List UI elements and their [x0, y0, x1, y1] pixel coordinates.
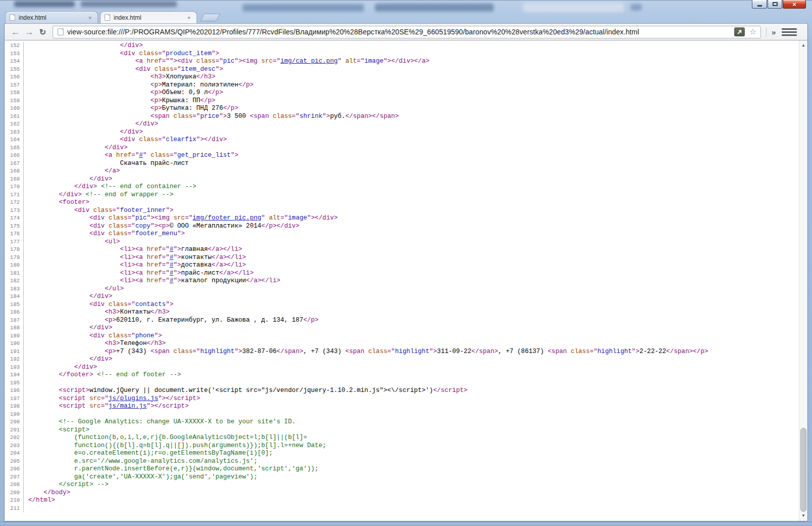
code-text: <p>Крышка: ПП</p> — [24, 97, 215, 105]
code-line: 173 <div class="footer_inner"> — [5, 207, 799, 215]
forward-button[interactable]: → — [22, 26, 36, 38]
window-top-edge — [0, 0, 812, 1]
reload-icon: ↻ — [39, 27, 46, 37]
code-line: 175 <div class="copy"><p>© ООО «Мегаплас… — [5, 223, 799, 231]
address-bar[interactable]: view-source:file:///P:/PROGRAMS/QIP%2020… — [53, 26, 761, 38]
code-line: 177 <ul> — [5, 238, 799, 246]
code-text: <a href="#" class="get_price_list"> — [24, 152, 238, 160]
line-number: 175 — [5, 223, 24, 231]
line-number: 208 — [5, 481, 24, 489]
menu-button[interactable] — [782, 26, 797, 38]
line-number: 166 — [5, 152, 24, 160]
code-line: 206 r.parentNode.insertBefore(e,r)}(wind… — [5, 465, 799, 473]
line-number: 157 — [5, 81, 24, 90]
code-text: (function(b,o,i,l,e,r){b.GoogleAnalytics… — [24, 434, 307, 442]
code-line: 185 <div class="contacts"> — [5, 301, 799, 309]
line-number: 209 — [5, 489, 24, 497]
code-text: <li><a href="#">прайс-лист</a></li> — [24, 270, 254, 278]
line-number: 155 — [5, 66, 24, 74]
forward-icon: → — [25, 27, 34, 37]
new-tab-button[interactable] — [200, 14, 220, 21]
scroll-thumb[interactable] — [800, 428, 806, 512]
code-line: 189 <div class="phone"> — [5, 332, 799, 340]
code-text: <ul> — [24, 238, 120, 246]
code-text: <li><a href="#">каталог продукции</a></l… — [24, 277, 280, 285]
line-number: 191 — [5, 348, 24, 356]
line-number: 185 — [5, 301, 24, 309]
code-text: </script> --> — [24, 481, 109, 489]
bookmark-star-icon[interactable]: ☆ — [748, 27, 758, 37]
reload-button[interactable]: ↻ — [36, 26, 50, 38]
line-number: 207 — [5, 473, 24, 481]
line-number: 200 — [5, 418, 24, 426]
code-text: <p>620110, г. Екатеринбург, ул. Бажова ,… — [24, 317, 318, 325]
code-text: </div> — [24, 356, 112, 364]
line-number: 186 — [5, 309, 24, 317]
code-text: Скачать прайс-лист — [24, 160, 188, 168]
minimize-button[interactable] — [752, 0, 767, 9]
code-line: 180 <li><a href="#">доставка</a></li> — [5, 261, 799, 270]
page-action-button[interactable] — [734, 27, 745, 36]
code-line: 197 <script src="js/plugins.js"></script… — [5, 395, 799, 403]
line-number: 193 — [5, 364, 24, 372]
tab-close-icon[interactable]: × — [185, 14, 193, 21]
code-text: <li><a href="#">главная</a></li> — [24, 246, 242, 254]
code-text: <div class="footer_inner"> — [24, 207, 173, 215]
background-window-blur — [375, 4, 494, 12]
line-number: 187 — [5, 317, 24, 325]
line-number: 153 — [5, 50, 24, 58]
code-text: <script src="js/main.js"></script> — [24, 403, 188, 411]
line-number: 210 — [5, 497, 24, 505]
code-text: <script src="js/plugins.js"></script> — [24, 395, 200, 403]
code-text: <div class="product_item"> — [24, 50, 219, 58]
page-content: 152 </div>153 <div class="product_item">… — [4, 40, 808, 521]
close-icon: × — [792, 1, 796, 8]
code-text: <footer> — [24, 199, 89, 207]
code-line: 181 <li><a href="#">прайс-лист</a></li> — [5, 270, 799, 278]
code-line: 209 </body> — [5, 489, 799, 497]
scroll-up-button[interactable]: ▲ — [799, 41, 807, 50]
back-button[interactable]: ← — [9, 26, 22, 38]
code-line: 176 <div class="footer_menu"> — [5, 230, 799, 238]
code-line: 178 <li><a href="#">главная</a></li> — [5, 246, 799, 254]
maximize-icon — [773, 2, 778, 6]
tab-index-html-2[interactable]: index.html × — [100, 11, 197, 23]
code-text: function(){(b[l].q=b[l].q||[]).push(argu… — [24, 442, 326, 450]
code-line: 166 <a href="#" class="get_price_list"> — [5, 152, 799, 160]
code-text: </div> <!-- end of wrapper --> — [24, 191, 173, 199]
code-text: <script>window.jQuery || document.write(… — [24, 387, 467, 395]
code-line: 211 — [5, 505, 799, 513]
code-text: <div class="item_desc"> — [24, 66, 223, 74]
source-lines: 152 </div>153 <div class="product_item">… — [5, 42, 799, 512]
line-number: 205 — [5, 458, 24, 466]
code-text: </div> <!-- end of container --> — [24, 183, 197, 191]
line-number: 195 — [5, 379, 24, 387]
code-line: 190 <h3>Телефон</h3> — [5, 340, 799, 348]
vertical-scrollbar[interactable]: ▲ ▼ — [799, 40, 807, 521]
line-number: 156 — [5, 73, 24, 81]
line-number: 171 — [5, 191, 24, 199]
code-text: </div> — [24, 42, 143, 50]
external-arrow-icon — [737, 29, 742, 35]
line-number: 206 — [5, 465, 24, 473]
scroll-down-button[interactable]: ▼ — [799, 512, 807, 520]
code-line: 164 <div class="clearfix"></div> — [5, 136, 799, 144]
line-number: 204 — [5, 450, 24, 458]
line-number: 179 — [5, 254, 24, 262]
document-icon — [58, 28, 64, 35]
close-button[interactable]: × — [783, 0, 806, 9]
code-line: 183 </ul> — [5, 285, 799, 293]
code-text: <div class="footer_menu"> — [24, 230, 185, 238]
line-number: 183 — [5, 285, 24, 293]
code-text: <p>+7 (343) <span class="highlight">382-… — [24, 348, 708, 356]
tab-close-icon[interactable]: × — [86, 14, 93, 21]
code-line: 205 e.src='//www.google-analytics.com/an… — [5, 458, 799, 466]
code-text — [24, 411, 28, 419]
code-line: 203 function(){(b[l].q=b[l].q||[]).push(… — [5, 442, 799, 450]
maximize-button[interactable] — [768, 0, 782, 9]
overflow-button[interactable]: » — [770, 28, 778, 36]
page-favicon-icon — [10, 14, 15, 21]
code-text: <li><a href="#">контакты</a></li> — [24, 254, 246, 262]
code-text: </div> — [24, 364, 97, 372]
tab-index-html-1[interactable]: index.html × — [5, 11, 98, 23]
